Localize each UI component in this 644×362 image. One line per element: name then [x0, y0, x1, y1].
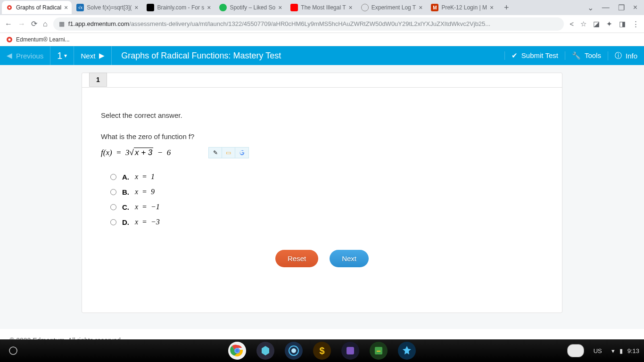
app-icon-5[interactable]: [341, 341, 360, 360]
next-label: Next: [81, 52, 95, 60]
svg-text:$: $: [319, 346, 324, 356]
share-icon[interactable]: <: [570, 20, 574, 28]
chrome-app-icon[interactable]: [228, 341, 247, 360]
address-bar[interactable]: ▦ f1.app.edmentum.com /assessments-deliv…: [53, 17, 564, 31]
extension-icon[interactable]: ◪: [593, 20, 600, 28]
app-icon-6[interactable]: [369, 341, 388, 360]
arrow-left-circle-icon: ◀: [7, 51, 12, 60]
home-icon[interactable]: ⌂: [43, 20, 48, 28]
launcher-button[interactable]: [5, 342, 22, 359]
browser-tab[interactable]: Spotify – Liked So ×: [215, 1, 286, 14]
favicon-spotify: [219, 4, 227, 11]
submit-test-button[interactable]: ✔ Submit Test: [504, 51, 565, 60]
question-number-dropdown[interactable]: 1 ▾: [50, 46, 74, 65]
previous-button[interactable]: ◀ Previous: [0, 46, 50, 65]
new-tab-button[interactable]: +: [501, 3, 512, 13]
question-tab[interactable]: 1: [89, 73, 107, 87]
browser-tab[interactable]: √x Solve f(x)=sqrt[3]( ×: [73, 1, 142, 14]
clock: 9:13: [627, 347, 639, 354]
option-letter: B.: [122, 188, 129, 196]
bookmarks-bar: Edmentum® Learni...: [0, 33, 644, 46]
browser-tab[interactable]: Experiment Log T ×: [357, 1, 427, 14]
radio-c[interactable]: [110, 204, 116, 210]
option-math: x = 9: [135, 188, 155, 196]
option-b[interactable]: B. x = 9: [110, 188, 543, 196]
close-icon[interactable]: ×: [134, 4, 138, 11]
equation-display: f(x) = 3x + 3 − 6: [101, 148, 171, 157]
highlight-toolbar: ✎ ▭: [208, 147, 249, 158]
tools-button[interactable]: 🔧 Tools: [565, 51, 608, 60]
check-circle-icon: ✔: [512, 51, 518, 60]
wifi-icon: ▾: [611, 347, 615, 354]
radio-b[interactable]: [110, 189, 116, 195]
menu-dots-icon[interactable]: ⋮: [632, 20, 639, 28]
bookmark-label[interactable]: Edmentum® Learni...: [16, 36, 70, 43]
tab-title: The Most Illegal T: [301, 4, 346, 11]
close-icon[interactable]: ×: [349, 4, 353, 11]
question-text: What is the zero of function f?: [101, 132, 543, 140]
close-window-icon[interactable]: ×: [633, 3, 637, 12]
close-icon[interactable]: ×: [490, 4, 494, 11]
radio-d[interactable]: [110, 219, 116, 225]
radio-a[interactable]: [110, 174, 116, 180]
reset-button[interactable]: Reset: [275, 250, 318, 267]
browser-tab[interactable]: Brainly.com - For s ×: [143, 1, 215, 14]
info-button[interactable]: ⓘ Info: [608, 51, 644, 60]
side-panel-icon[interactable]: ◨: [619, 20, 626, 28]
minimize-icon[interactable]: —: [602, 3, 610, 12]
arrow-right-circle-icon: ▶: [99, 51, 105, 60]
favicon-mathway: √x: [76, 4, 84, 11]
close-icon[interactable]: ×: [207, 4, 211, 11]
close-icon[interactable]: ×: [64, 4, 68, 11]
app-icon-2[interactable]: [256, 341, 275, 360]
option-d[interactable]: D. x = −3: [110, 218, 543, 226]
submit-label: Submit Test: [521, 51, 558, 59]
close-icon[interactable]: ×: [419, 4, 422, 11]
favicon-mcgraw: M: [431, 4, 438, 11]
user-avatar[interactable]: [567, 344, 584, 357]
favicon-edmentum: [6, 4, 13, 11]
next-question-button[interactable]: Next: [330, 250, 369, 267]
option-math: x = −3: [135, 218, 160, 226]
url-path: /assessments-delivery/ua/mt/launch/1322/…: [129, 20, 490, 27]
url-domain: f1.app.edmentum.com: [68, 20, 129, 27]
tab-title: Solve f(x)=sqrt[3](: [87, 4, 132, 11]
browser-tab-active[interactable]: Graphs of Radical ×: [2, 1, 72, 14]
tab-title: Brainly.com - For s: [157, 4, 204, 11]
tab-title: PreK-12 Login | M: [441, 4, 487, 11]
battery-icon: ▮: [619, 347, 623, 354]
option-letter: A.: [122, 173, 129, 181]
forward-icon[interactable]: →: [18, 20, 25, 28]
chevron-down-icon[interactable]: ⌄: [587, 3, 594, 12]
content-area: 1 Select the correct answer. What is the…: [0, 65, 644, 329]
next-button[interactable]: Next ▶: [74, 46, 112, 65]
bookmark-favicon: [6, 36, 13, 43]
restore-icon[interactable]: ❐: [618, 3, 625, 12]
app-icon-3[interactable]: [284, 341, 303, 360]
window-controls: ⌄ — ❐ ×: [587, 3, 642, 12]
test-title: Graphs of Radical Functions: Mastery Tes…: [112, 46, 288, 65]
app-icon-7[interactable]: [397, 341, 416, 360]
tab-title: Graphs of Radical: [16, 4, 61, 11]
option-a[interactable]: A. x = 1: [110, 173, 543, 181]
svg-point-3: [8, 38, 11, 41]
option-c[interactable]: C. x = −1: [110, 203, 543, 211]
close-icon[interactable]: ×: [278, 4, 282, 11]
extensions-puzzle-icon[interactable]: ✦: [606, 20, 612, 28]
browser-tab[interactable]: M PreK-12 Login | M ×: [427, 1, 497, 14]
note-icon[interactable]: ▭: [222, 148, 235, 158]
site-info-icon[interactable]: ▦: [59, 20, 65, 27]
language-indicator[interactable]: US: [589, 346, 607, 356]
reload-icon[interactable]: ⟳: [31, 19, 37, 28]
option-math: x = 1: [135, 173, 155, 181]
back-icon[interactable]: ←: [5, 20, 12, 28]
svg-point-13: [291, 348, 296, 353]
browser-tab[interactable]: The Most Illegal T ×: [287, 1, 356, 14]
google-search-icon[interactable]: [235, 148, 248, 158]
status-tray[interactable]: US ▾ ▮ 9:13: [567, 344, 639, 357]
app-icon-4[interactable]: $: [313, 341, 331, 360]
pencil-icon[interactable]: ✎: [209, 148, 222, 158]
svg-point-4: [9, 347, 17, 354]
favicon-youtube: [290, 4, 298, 11]
bookmark-star-icon[interactable]: ☆: [580, 20, 586, 28]
